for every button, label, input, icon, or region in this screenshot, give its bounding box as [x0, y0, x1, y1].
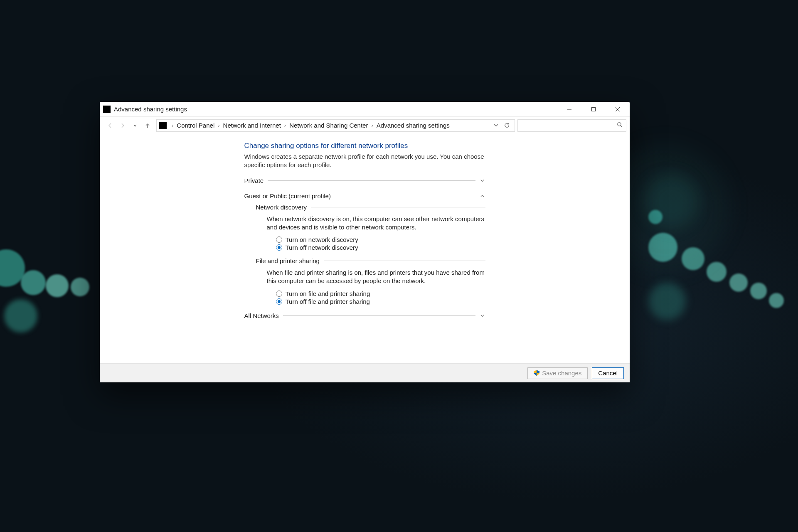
- subsection-title: File and printer sharing: [256, 257, 320, 264]
- button-label: Save changes: [542, 369, 581, 377]
- minimize-button[interactable]: [557, 102, 581, 117]
- shield-icon: [534, 370, 539, 376]
- radio-label: Turn off network discovery: [286, 244, 358, 251]
- section-label: Private: [244, 177, 264, 184]
- section-label: All Networks: [244, 312, 279, 319]
- radio-network-discovery-on[interactable]: Turn on network discovery: [276, 236, 485, 244]
- radio-file-sharing-off[interactable]: Turn off file and printer sharing: [276, 298, 485, 305]
- control-panel-window: Advanced sharing settings › Control Pane…: [100, 102, 630, 382]
- dialog-footer: Save changes Cancel: [100, 363, 630, 382]
- location-icon: [159, 122, 167, 129]
- forward-button[interactable]: [116, 119, 129, 132]
- svg-line-6: [621, 126, 622, 127]
- radio-file-sharing-on[interactable]: Turn on file and printer sharing: [276, 290, 485, 298]
- up-button[interactable]: [141, 119, 154, 132]
- close-button[interactable]: [606, 102, 630, 117]
- breadcrumb-separator-icon: ›: [282, 122, 288, 128]
- network-discovery-description: When network discovery is on, this compu…: [267, 215, 485, 232]
- button-label: Cancel: [598, 369, 618, 377]
- breadcrumb-separator-icon: ›: [169, 122, 176, 128]
- breadcrumb-item[interactable]: Control Panel: [176, 122, 215, 129]
- back-button[interactable]: [104, 119, 116, 132]
- content-area: Change sharing options for different net…: [100, 134, 630, 363]
- network-discovery-radio-group: Turn on network discovery Turn off netwo…: [276, 236, 485, 251]
- section-guest-public[interactable]: Guest or Public (current profile): [244, 192, 485, 200]
- refresh-button[interactable]: [501, 120, 512, 131]
- search-icon: [617, 122, 623, 129]
- search-box[interactable]: [517, 119, 626, 132]
- cancel-button[interactable]: Cancel: [592, 367, 624, 379]
- window-titlebar: Advanced sharing settings: [100, 102, 630, 117]
- chevron-down-icon: [480, 178, 485, 183]
- radio-label: Turn on network discovery: [286, 236, 358, 243]
- radio-label: Turn on file and printer sharing: [286, 290, 370, 297]
- radio-icon: [276, 244, 282, 251]
- radio-icon: [276, 236, 282, 243]
- radio-icon: [276, 291, 282, 297]
- breadcrumb-separator-icon: ›: [215, 122, 222, 128]
- subsection-title: Network discovery: [256, 204, 307, 211]
- svg-point-5: [618, 122, 621, 126]
- breadcrumb-item[interactable]: Network and Sharing Center: [288, 122, 369, 129]
- page-heading: Change sharing options for different net…: [244, 142, 485, 150]
- recent-locations-button[interactable]: [129, 119, 141, 132]
- file-printer-sharing-radio-group: Turn on file and printer sharing Turn of…: [276, 290, 485, 305]
- radio-icon: [276, 298, 282, 305]
- section-private[interactable]: Private: [244, 176, 485, 185]
- breadcrumb-separator-icon: ›: [369, 122, 375, 128]
- section-all-networks[interactable]: All Networks: [244, 311, 485, 320]
- svg-rect-1: [592, 107, 596, 111]
- breadcrumb-item[interactable]: Advanced sharing settings: [376, 122, 451, 129]
- page-subtext: Windows creates a separate network profi…: [244, 153, 485, 170]
- app-icon: [103, 106, 111, 113]
- save-changes-button[interactable]: Save changes: [527, 367, 588, 379]
- chevron-up-icon: [480, 194, 485, 198]
- address-dropdown-button[interactable]: [490, 120, 501, 131]
- section-label: Guest or Public (current profile): [244, 192, 331, 200]
- radio-label: Turn off file and printer sharing: [286, 298, 370, 305]
- nav-toolbar: › Control Panel › Network and Internet ›…: [100, 117, 630, 134]
- maximize-button[interactable]: [581, 102, 606, 117]
- address-bar[interactable]: › Control Panel › Network and Internet ›…: [156, 119, 515, 132]
- subsection-network-discovery: Network discovery: [256, 204, 485, 211]
- breadcrumb-item[interactable]: Network and Internet: [222, 122, 282, 129]
- chevron-down-icon: [480, 313, 485, 318]
- radio-network-discovery-off[interactable]: Turn off network discovery: [276, 244, 485, 251]
- file-printer-sharing-description: When file and printer sharing is on, fil…: [267, 268, 485, 286]
- window-title: Advanced sharing settings: [114, 106, 187, 113]
- subsection-file-printer-sharing: File and printer sharing: [256, 257, 485, 264]
